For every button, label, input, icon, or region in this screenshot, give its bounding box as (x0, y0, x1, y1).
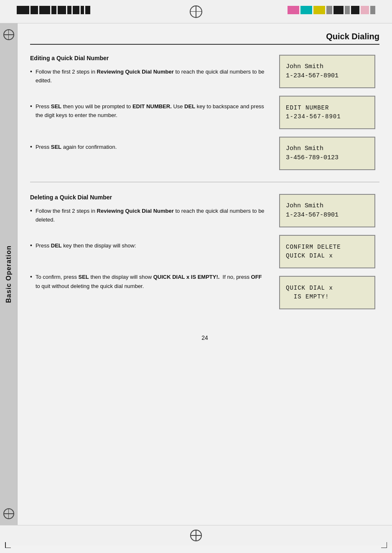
section-divider (30, 182, 379, 182)
editing-display-3-line1: John Smith (286, 144, 369, 154)
editing-display-1-line1: John Smith (286, 62, 369, 72)
sidebar-crosshair-top (3, 29, 14, 40)
deleting-display-3: QUICK DIAL x IS EMPTY! (279, 276, 375, 309)
bar-segment (85, 6, 90, 14)
top-bar-area (0, 0, 392, 23)
bottom-bar (0, 525, 392, 545)
main-content: Quick Dialing Editing a Quick Dial Numbe… (18, 23, 392, 525)
top-bar-right (288, 6, 375, 14)
editing-display-1: John Smith 1-234-567-8901 (279, 55, 375, 88)
del-bullet-icon-3: • (30, 273, 32, 291)
editing-bullet-1: • Follow the first 2 steps in Reviewing … (30, 67, 267, 85)
deleting-bullet-1: • Follow the first 2 steps in Reviewing … (30, 206, 267, 224)
page-title: Quick Dialing (30, 32, 379, 45)
bar-segment-cyan (300, 6, 312, 14)
deleting-display-3-line1: QUICK DIAL x (286, 284, 369, 293)
deleting-display-2-line1: CONFIRM DELETE (286, 243, 369, 252)
corner-mark-bl (5, 540, 13, 548)
editing-display-2: EDIT NUMBER 1-234-567-8901 (279, 96, 375, 129)
editing-bullet-3: • Press SEL again for confirmation. (30, 143, 267, 151)
editing-display-1-line2: 1-234-567-8901 (286, 71, 369, 81)
sidebar: Basic Operation (0, 23, 18, 525)
bar-segment-black2 (351, 6, 359, 14)
deleting-bullet-2-text: Press DEL key then the display will show… (36, 241, 136, 250)
bar-segment-black (333, 6, 344, 14)
editing-display-3-line2: 3-456-789-0123 (286, 153, 369, 163)
editing-section: Editing a Quick Dial Number • Follow the… (30, 55, 379, 170)
editing-display-2-line2: 1-234-567-8901 (286, 112, 369, 121)
deleting-display-3-line2: IS EMPTY! (286, 293, 369, 301)
deleting-display-1-line1: John Smith (286, 201, 369, 211)
bar-segment-pink (288, 6, 299, 14)
bar-segment-gray (326, 6, 332, 14)
deleting-display-1-line2: 1-234-567-8901 (286, 211, 369, 220)
bar-segment (17, 6, 29, 14)
page-number: 24 (201, 334, 208, 341)
bar-segment-yellow (313, 6, 325, 14)
bottom-crosshair (190, 530, 202, 541)
deleting-bullet-2: • Press DEL key then the display will sh… (30, 241, 267, 250)
deleting-section: Deleting a Quick Dial Number • Follow th… (30, 194, 379, 309)
main-layout: Basic Operation Quick Dialing Editing a … (0, 23, 392, 525)
sidebar-label: Basic Operation (5, 245, 13, 303)
editing-displays: John Smith 1-234-567-8901 EDIT NUMBER 1-… (279, 55, 379, 170)
bullet-icon-3: • (30, 143, 32, 151)
editing-heading: Editing a Quick Dial Number (30, 55, 267, 61)
corner-mark-br (379, 540, 387, 548)
top-bar-left (17, 6, 90, 14)
editing-bullet-2-text: Press SEL then you will be prompted to E… (36, 102, 267, 120)
bar-segment (73, 6, 79, 14)
bar-segment (58, 6, 66, 14)
deleting-bullet-3-text: To confirm, press SEL then the display w… (36, 273, 267, 291)
bar-segment (51, 6, 56, 14)
sidebar-crosshair-bottom (3, 508, 14, 519)
page-number-area: 24 (30, 334, 379, 341)
bar-segment-gray3 (370, 6, 375, 14)
editing-display-2-line1: EDIT NUMBER (286, 104, 369, 112)
bar-segment (81, 6, 84, 14)
editing-display-3: John Smith 3-456-789-0123 (279, 137, 375, 170)
bar-segment (31, 6, 38, 14)
deleting-bullet-1-text: Follow the first 2 steps in Reviewing Qu… (36, 206, 267, 224)
del-bullet-icon-2: • (30, 242, 32, 250)
del-bullet-icon-1: • (30, 207, 32, 224)
editing-bullet-3-text: Press SEL again for confirmation. (36, 143, 117, 151)
bar-segment-gray2 (345, 6, 350, 14)
editing-bullet-2: • Press SEL then you will be prompted to… (30, 102, 267, 120)
bar-segment-lightpink (361, 6, 369, 14)
deleting-display-1: John Smith 1-234-567-8901 (279, 194, 375, 227)
bullet-icon-2: • (30, 103, 32, 120)
full-page: Basic Operation Quick Dialing Editing a … (0, 0, 392, 553)
deleting-bullet-3: • To confirm, press SEL then the display… (30, 273, 267, 291)
deleting-left: Deleting a Quick Dial Number • Follow th… (30, 194, 267, 309)
deleting-displays: John Smith 1-234-567-8901 CONFIRM DELETE… (279, 194, 379, 309)
top-center-crosshair (190, 5, 202, 18)
bar-segment (67, 6, 71, 14)
deleting-display-2-line2: QUICK DIAL x (286, 252, 369, 260)
bar-segment (39, 6, 50, 14)
deleting-heading: Deleting a Quick Dial Number (30, 194, 267, 201)
bullet-icon-1: • (30, 68, 32, 85)
editing-bullet-1-text: Follow the first 2 steps in Reviewing Qu… (36, 67, 267, 85)
deleting-display-2: CONFIRM DELETE QUICK DIAL x (279, 235, 375, 268)
editing-left: Editing a Quick Dial Number • Follow the… (30, 55, 267, 170)
